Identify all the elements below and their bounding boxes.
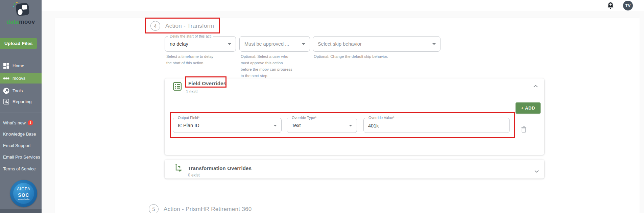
brand-word-dark: moov [19, 19, 35, 25]
field-overrides-list-icon [173, 82, 182, 92]
datamoov-logo-icon [11, 1, 31, 18]
aicpa-url-text: aicpa.org/soc4so [18, 198, 29, 200]
sidebar: datamoov Upload Files Home moovs Tools R… [0, 0, 42, 213]
step5-title: Action - PrismHR Retirement 360 [164, 206, 252, 213]
output-field-value: 8: Plan ID [178, 118, 199, 133]
delay-helper-text: Select a timeframe to delay the start of… [166, 53, 220, 66]
sidebar-link-label: Knowledge Base [3, 132, 36, 137]
dropdown-caret-icon [228, 43, 231, 45]
dropdown-caret-icon [432, 43, 436, 45]
approval-helper-text: Optional: Select a user who must approve… [241, 53, 295, 79]
field-overrides-count: 1 exist [186, 89, 198, 94]
sidebar-item-reporting[interactable]: Reporting [0, 97, 42, 106]
collapse-chevron-up-icon[interactable] [533, 83, 538, 89]
skip-behavior-select[interactable]: Select skip behavior [313, 36, 440, 52]
field-overrides-card [165, 78, 544, 155]
step4-title: Action - Transform [165, 23, 214, 29]
delete-override-trash-icon[interactable] [521, 126, 527, 134]
sidebar-item-moovs[interactable]: moovs [0, 73, 42, 84]
override-value-input[interactable] [368, 122, 505, 129]
sidebar-bottom-strip [0, 209, 42, 213]
sidebar-link-label: What's new [3, 120, 26, 125]
soc-text: SOC [18, 192, 29, 198]
top-app-bar: TV [42, 0, 644, 11]
transformation-overrides-count: 0 exist [188, 173, 200, 178]
sidebar-item-label: Home [13, 63, 24, 68]
sidebar-link-whats-new[interactable]: What's new 1 [3, 120, 33, 125]
upload-files-button[interactable]: Upload Files [0, 38, 37, 49]
sidebar-link-terms-of-service[interactable]: Terms of Service [3, 166, 36, 171]
brand-word-green: data [6, 19, 19, 25]
step4-number-circle: 4 [150, 21, 160, 31]
skip-select-placeholder: Select skip behavior [318, 37, 362, 51]
moovs-dots-icon [3, 75, 9, 81]
home-grid-icon [3, 63, 9, 69]
step5-header: 5 Action - PrismHR Retirement 360 [149, 204, 252, 213]
reporting-chart-icon [3, 98, 9, 105]
brand-logo[interactable]: datamoov [0, 1, 42, 25]
brand-wordmark: datamoov [0, 19, 42, 25]
step5-number-circle: 5 [149, 204, 159, 213]
sidebar-link-label: Email Pro Services [3, 155, 40, 160]
sidebar-item-tools[interactable]: Tools [0, 86, 42, 95]
override-value-label: Override Value* [367, 116, 396, 120]
expand-chevron-down-icon[interactable] [534, 168, 539, 174]
sidebar-item-label: moovs [13, 76, 25, 81]
transformation-overrides-icon [173, 164, 183, 174]
sidebar-link-label: Email Support [3, 143, 31, 148]
override-type-value: Text [292, 118, 301, 133]
sidebar-link-email-support[interactable]: Email Support [3, 143, 31, 148]
override-type-select[interactable]: Override Type* Text [287, 118, 357, 133]
override-value-field: Override Value* [363, 118, 510, 133]
delay-select[interactable]: Delay the start of this acti no delay [165, 36, 236, 52]
skip-helper-text: Optional: Change the default skip behavi… [314, 53, 456, 60]
transformation-overrides-title: Transformation Overrides [188, 165, 252, 171]
field-overrides-title: Field Overrides [188, 80, 226, 86]
delay-select-value: no delay [170, 37, 188, 51]
user-avatar[interactable]: TV [623, 1, 633, 10]
sidebar-link-label: Terms of Service [3, 166, 36, 171]
aicpa-soc-badge: AICPA SOC aicpa.org/soc4so [10, 180, 37, 207]
sidebar-item-home[interactable]: Home [0, 61, 42, 70]
sidebar-divider [0, 113, 42, 113]
aicpa-text: AICPA [16, 187, 31, 192]
approval-select[interactable]: Must be approved ... [239, 36, 310, 52]
output-field-select[interactable]: Output Field* 8: Plan ID [173, 118, 282, 133]
notifications-bell-icon[interactable] [607, 2, 614, 10]
add-override-button[interactable]: + ADD [516, 102, 541, 114]
dropdown-caret-icon [349, 125, 352, 126]
approval-select-placeholder: Must be approved ... [244, 37, 289, 51]
dropdown-caret-icon [273, 125, 277, 126]
sidebar-link-knowledge-base[interactable]: Knowledge Base [3, 132, 36, 137]
sidebar-item-label: Reporting [13, 99, 31, 104]
dropdown-caret-icon [302, 43, 305, 45]
tools-wrench-icon [3, 88, 9, 94]
whats-new-count-badge: 1 [28, 120, 33, 125]
sidebar-link-email-pro-services[interactable]: Email Pro Services [3, 155, 40, 160]
sidebar-item-label: Tools [13, 88, 23, 93]
step4-header: 4 Action - Transform [150, 21, 214, 31]
